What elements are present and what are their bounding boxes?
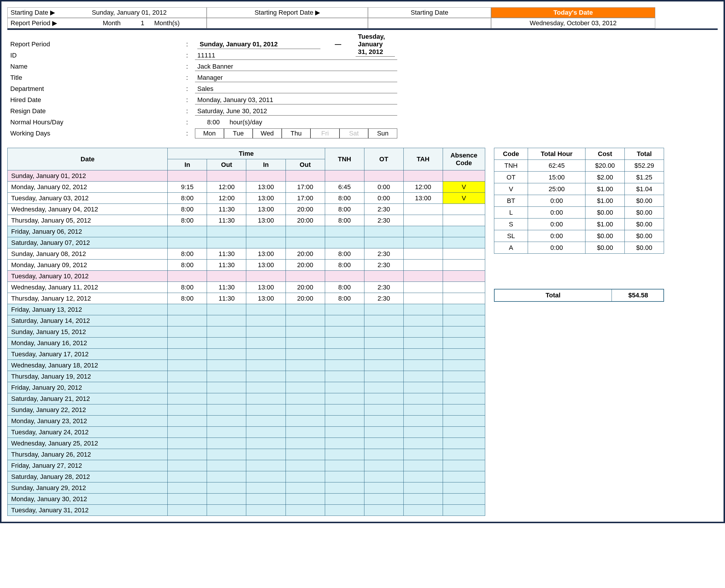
- in2-cell[interactable]: [246, 482, 285, 493]
- in2-cell[interactable]: [246, 371, 285, 382]
- out1-cell[interactable]: 11:30: [207, 282, 246, 293]
- ot-cell[interactable]: [364, 382, 403, 393]
- day-mon[interactable]: Mon: [195, 128, 224, 139]
- day-fri[interactable]: Fri: [311, 128, 340, 139]
- ot-cell[interactable]: [364, 449, 403, 460]
- ot-cell[interactable]: 2:30: [364, 204, 403, 215]
- absence-cell[interactable]: [443, 393, 485, 404]
- out2-cell[interactable]: [285, 338, 325, 349]
- in2-cell[interactable]: 13:00: [246, 293, 285, 304]
- in1-cell[interactable]: [168, 360, 207, 371]
- value-resign[interactable]: Saturday, June 30, 2012: [195, 107, 397, 115]
- out2-cell[interactable]: 17:00: [285, 182, 325, 193]
- ot-cell[interactable]: [364, 482, 403, 493]
- in2-cell[interactable]: 13:00: [246, 182, 285, 193]
- absence-cell[interactable]: [443, 248, 485, 259]
- absence-cell[interactable]: V: [443, 182, 485, 193]
- in1-cell[interactable]: [168, 371, 207, 382]
- in2-cell[interactable]: 13:00: [246, 215, 285, 226]
- in1-cell[interactable]: 9:15: [168, 182, 207, 193]
- out1-cell[interactable]: 11:30: [207, 215, 246, 226]
- out2-cell[interactable]: [285, 482, 325, 493]
- tnh-cell[interactable]: [325, 427, 364, 438]
- tah-cell[interactable]: [403, 438, 443, 449]
- absence-cell[interactable]: [443, 493, 485, 505]
- in1-cell[interactable]: [168, 493, 207, 505]
- in1-cell[interactable]: [168, 338, 207, 349]
- out1-cell[interactable]: 11:30: [207, 248, 246, 259]
- in1-cell[interactable]: [168, 237, 207, 248]
- tnh-cell[interactable]: [325, 349, 364, 360]
- value-id[interactable]: 11111: [195, 51, 397, 60]
- tnh-cell[interactable]: [325, 170, 364, 182]
- tnh-cell[interactable]: [325, 237, 364, 248]
- out2-cell[interactable]: [285, 438, 325, 449]
- out1-cell[interactable]: [207, 304, 246, 315]
- out1-cell[interactable]: 11:30: [207, 293, 246, 304]
- tnh-cell[interactable]: 8:00: [325, 259, 364, 271]
- out2-cell[interactable]: [285, 237, 325, 248]
- ot-cell[interactable]: [364, 471, 403, 482]
- absence-cell[interactable]: [443, 360, 485, 371]
- ot-cell[interactable]: 2:30: [364, 215, 403, 226]
- ot-cell[interactable]: [364, 438, 403, 449]
- in1-cell[interactable]: [168, 416, 207, 427]
- out2-cell[interactable]: [285, 170, 325, 182]
- out2-cell[interactable]: [285, 327, 325, 338]
- absence-cell[interactable]: [443, 304, 485, 315]
- ot-cell[interactable]: [364, 338, 403, 349]
- tah-cell[interactable]: [403, 371, 443, 382]
- ot-cell[interactable]: 0:00: [364, 193, 403, 204]
- out2-cell[interactable]: 20:00: [285, 282, 325, 293]
- in2-cell[interactable]: [246, 170, 285, 182]
- out2-cell[interactable]: [285, 304, 325, 315]
- in1-cell[interactable]: [168, 427, 207, 438]
- out2-cell[interactable]: 20:00: [285, 215, 325, 226]
- tnh-cell[interactable]: [325, 404, 364, 416]
- in1-cell[interactable]: [168, 471, 207, 482]
- out1-cell[interactable]: [207, 271, 246, 282]
- out2-cell[interactable]: [285, 226, 325, 237]
- out2-cell[interactable]: 20:00: [285, 259, 325, 271]
- in2-cell[interactable]: [246, 315, 285, 327]
- out2-cell[interactable]: [285, 360, 325, 371]
- in2-cell[interactable]: [246, 471, 285, 482]
- absence-cell[interactable]: [443, 259, 485, 271]
- tnh-cell[interactable]: [325, 438, 364, 449]
- in2-cell[interactable]: [246, 237, 285, 248]
- tah-cell[interactable]: [403, 293, 443, 304]
- value-department[interactable]: Sales: [195, 84, 397, 93]
- in1-cell[interactable]: [168, 393, 207, 404]
- tnh-cell[interactable]: [325, 338, 364, 349]
- report-period-count[interactable]: 1: [131, 19, 154, 27]
- value-title[interactable]: Manager: [195, 73, 397, 82]
- tah-cell[interactable]: [403, 416, 443, 427]
- report-period-type[interactable]: Month: [93, 19, 131, 27]
- in2-cell[interactable]: [246, 493, 285, 505]
- tah-cell[interactable]: [403, 226, 443, 237]
- in1-cell[interactable]: [168, 304, 207, 315]
- in2-cell[interactable]: 13:00: [246, 248, 285, 259]
- out1-cell[interactable]: [207, 449, 246, 460]
- absence-cell[interactable]: [443, 382, 485, 393]
- ot-cell[interactable]: 2:30: [364, 293, 403, 304]
- absence-cell[interactable]: [443, 204, 485, 215]
- ot-cell[interactable]: [364, 371, 403, 382]
- out1-cell[interactable]: [207, 460, 246, 471]
- in1-cell[interactable]: [168, 315, 207, 327]
- absence-cell[interactable]: [443, 349, 485, 360]
- out2-cell[interactable]: [285, 449, 325, 460]
- absence-cell[interactable]: [443, 460, 485, 471]
- tnh-cell[interactable]: [325, 327, 364, 338]
- ot-cell[interactable]: [364, 226, 403, 237]
- tah-cell[interactable]: [403, 170, 443, 182]
- tah-cell[interactable]: [403, 215, 443, 226]
- ot-cell[interactable]: [364, 360, 403, 371]
- out1-cell[interactable]: [207, 226, 246, 237]
- day-sun[interactable]: Sun: [368, 128, 397, 139]
- ot-cell[interactable]: [364, 416, 403, 427]
- tah-cell[interactable]: [403, 482, 443, 493]
- out1-cell[interactable]: [207, 505, 246, 516]
- out1-cell[interactable]: [207, 338, 246, 349]
- value-name[interactable]: Jack Banner: [195, 62, 397, 71]
